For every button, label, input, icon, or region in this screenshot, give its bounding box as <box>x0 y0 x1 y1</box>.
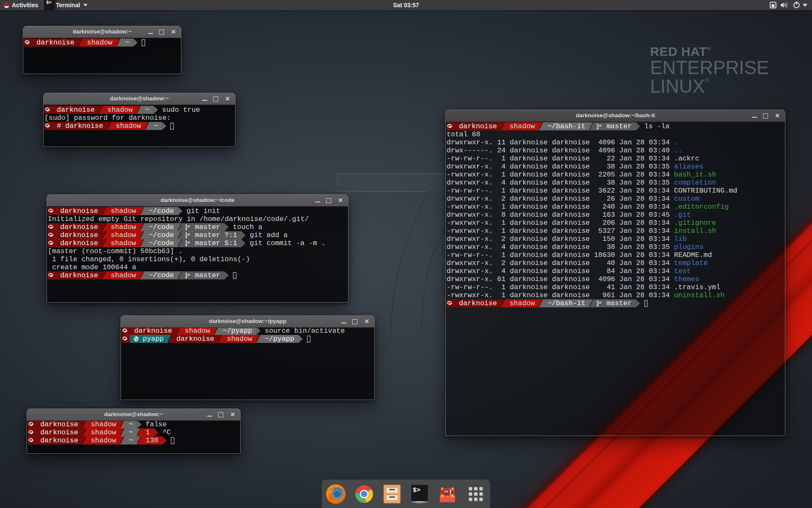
svg-text:$>: $> <box>413 487 420 494</box>
